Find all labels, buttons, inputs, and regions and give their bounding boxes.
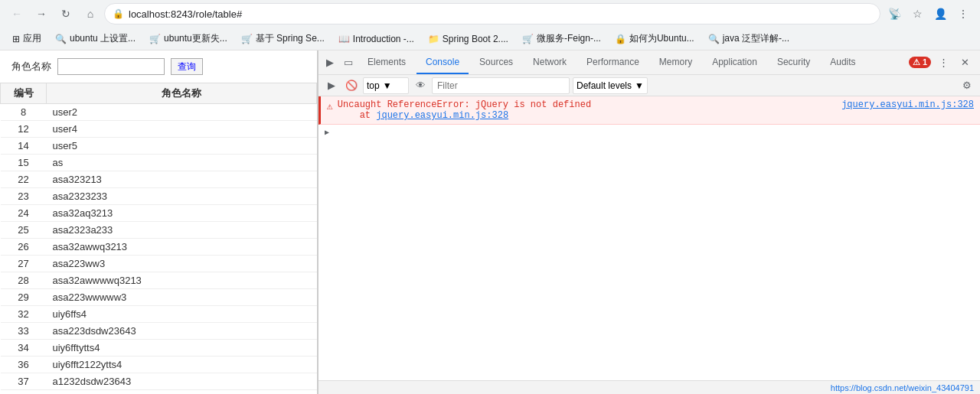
menu-button[interactable]: ⋮ xyxy=(952,3,974,24)
tab-elements[interactable]: Elements xyxy=(358,51,415,74)
bookmark-button[interactable]: ☆ xyxy=(906,3,928,24)
bookmark-spring-se[interactable]: 🛒 基于 Spring Se... xyxy=(235,30,331,48)
forward-button[interactable]: → xyxy=(31,3,52,24)
log-level-chevron-icon: ▼ xyxy=(635,80,644,91)
cell-name: asa32aq3213 xyxy=(47,205,317,222)
cell-name: asa223dsdw23643 xyxy=(47,323,317,340)
nav-right-icons: 📡 ☆ 👤 ⋮ xyxy=(884,3,974,24)
table-row: 25asa2323a233 xyxy=(1,222,317,239)
address-bar[interactable]: 🔒 localhost:8243/role/table# xyxy=(104,3,880,24)
bookmark-icon-4: 📖 xyxy=(338,34,350,44)
devtools-close-button[interactable]: ✕ xyxy=(956,54,974,72)
cell-name: uiy6fft2122ytts4 xyxy=(47,357,317,373)
cell-id: 8 xyxy=(1,104,47,121)
bookmark-icon-3: 🛒 xyxy=(241,34,253,44)
error-source-text: at jquery.easyui.min.js:328 xyxy=(338,110,508,121)
bookmark-microservice[interactable]: 🛒 微服务-Feign-... xyxy=(516,30,607,48)
search-input[interactable] xyxy=(57,58,165,75)
profile-button[interactable]: 👤 xyxy=(929,3,951,24)
cell-id: 36 xyxy=(1,357,47,373)
devtools-more-button[interactable]: ⋮ xyxy=(934,54,952,72)
bookmark-java-generic[interactable]: 🔍 java 泛型详解-... xyxy=(702,30,795,48)
address-text: localhost:8243/role/table# xyxy=(129,8,872,20)
search-bar: 角色名称 查询 xyxy=(0,50,317,83)
bookmark-icon-5: 📁 xyxy=(428,34,439,44)
error-source-link[interactable]: jquery.easyui.min.js:328 xyxy=(376,110,508,121)
tab-console[interactable]: Console xyxy=(416,51,469,74)
cell-id: 25 xyxy=(1,222,47,239)
cell-name: asa223ww3 xyxy=(47,256,317,272)
console-content: ⚠ Uncaught ReferenceError: jQuery is not… xyxy=(318,96,980,380)
table-row: 15as xyxy=(1,155,317,171)
tab-memory[interactable]: Memory xyxy=(650,51,701,74)
tab-security[interactable]: Security xyxy=(768,51,819,74)
console-error-row: ⚠ Uncaught ReferenceError: jQuery is not… xyxy=(318,96,980,125)
bookmarks-bar: ⊞ 应用 🔍 ubuntu 上设置... 🛒 ubuntu更新失... 🛒 基于… xyxy=(0,28,980,50)
home-button[interactable]: ⌂ xyxy=(80,3,101,24)
table-row: 23asa2323233 xyxy=(1,188,317,205)
cell-id: 37 xyxy=(1,373,47,390)
cell-name: asa323213 xyxy=(47,171,317,188)
devtools-device-button[interactable]: ▭ xyxy=(340,54,357,71)
cast-button[interactable]: 📡 xyxy=(884,3,905,24)
cell-name: user2 xyxy=(47,104,317,121)
error-badge: ⚠ 1 xyxy=(909,57,931,68)
filter-input[interactable] xyxy=(432,77,570,94)
context-select[interactable]: top ▼ xyxy=(363,77,409,94)
cell-id: 24 xyxy=(1,205,47,222)
console-expand-row[interactable]: ▶ xyxy=(318,125,980,140)
chevron-down-icon: ▼ xyxy=(383,80,392,91)
tab-network[interactable]: Network xyxy=(524,51,576,74)
tab-audits[interactable]: Audits xyxy=(821,51,864,74)
col-header-name: 角色名称 xyxy=(47,83,317,104)
devtools-inspect-button[interactable]: ▶ xyxy=(322,54,338,71)
tab-sources[interactable]: Sources xyxy=(470,51,522,74)
eye-button[interactable]: 👁 xyxy=(412,77,429,94)
cell-name: as xyxy=(47,155,317,171)
reload-button[interactable]: ↻ xyxy=(55,3,77,24)
cell-id: 28 xyxy=(1,272,47,289)
table-row: 29asa223wwwww3 xyxy=(1,289,317,306)
cell-id: 34 xyxy=(1,340,47,357)
back-button[interactable]: ← xyxy=(6,3,28,24)
search-button[interactable]: 查询 xyxy=(171,58,203,75)
bookmark-ubuntu-how[interactable]: 🔒 如何为Ubuntu... xyxy=(609,30,701,48)
cell-name: asa32awwq3213 xyxy=(47,239,317,256)
table-row: 32uiy6ffs4 xyxy=(1,306,317,323)
cell-name: asa2323233 xyxy=(47,188,317,205)
table-row: 14user5 xyxy=(1,138,317,155)
cell-name: asa2323a233 xyxy=(47,222,317,239)
error-message-text: Uncaught ReferenceError: jQuery is not d… xyxy=(338,99,591,110)
bookmark-icon-7: 🔒 xyxy=(615,34,626,44)
bookmark-apps[interactable]: ⊞ 应用 xyxy=(6,30,47,48)
cell-name: uiy6fftytts4 xyxy=(47,340,317,357)
table-row: 8user2 xyxy=(1,104,317,121)
settings-button[interactable]: ⚙ xyxy=(959,77,975,94)
error-message-block: Uncaught ReferenceError: jQuery is not d… xyxy=(338,99,837,121)
nav-bar: ← → ↻ ⌂ 🔒 localhost:8243/role/table# 📡 ☆… xyxy=(0,0,980,28)
bookmark-ubuntu-settings[interactable]: 🔍 ubuntu 上设置... xyxy=(49,30,142,48)
cell-name: uiy6ffs4 xyxy=(47,306,317,323)
bookmark-icon-8: 🔍 xyxy=(708,34,720,44)
cell-name: user4 xyxy=(47,121,317,138)
bookmark-ubuntu-update[interactable]: 🛒 ubuntu更新失... xyxy=(143,30,234,48)
expand-button[interactable]: ▶ xyxy=(323,77,340,94)
bookmark-icon-1: 🔍 xyxy=(55,34,67,44)
cell-id: 15 xyxy=(1,155,47,171)
log-level-select[interactable]: Default levels ▼ xyxy=(573,77,648,94)
cell-id: 33 xyxy=(1,323,47,340)
tab-performance[interactable]: Performance xyxy=(577,51,648,74)
bookmark-icon-2: 🛒 xyxy=(149,34,161,44)
error-file-ref[interactable]: jquery.easyui.min.js:328 xyxy=(841,99,974,110)
cell-id: 26 xyxy=(1,239,47,256)
bookmark-spring-boot[interactable]: 📁 Spring Boot 2.... xyxy=(422,30,514,48)
table-row: 36uiy6fft2122ytts4 xyxy=(1,357,317,373)
tab-application[interactable]: Application xyxy=(703,51,766,74)
table-row: 12user4 xyxy=(1,121,317,138)
clear-button[interactable]: 🚫 xyxy=(343,77,360,94)
table-row: 28asa32awwwwq3213 xyxy=(1,272,317,289)
bookmark-introduction[interactable]: 📖 Introduction -... xyxy=(332,30,420,48)
cell-id: 12 xyxy=(1,121,47,138)
table-row: 34uiy6fftytts4 xyxy=(1,340,317,357)
lock-icon: 🔒 xyxy=(113,8,124,19)
